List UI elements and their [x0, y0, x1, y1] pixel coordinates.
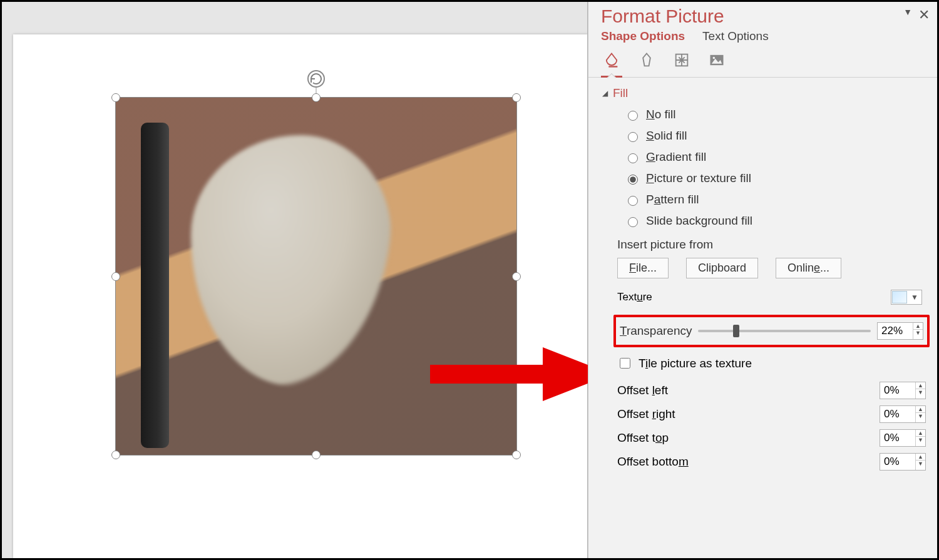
radio-no-fill[interactable]: No fill [625, 108, 926, 121]
tab-shape-options[interactable]: Shape Options [601, 29, 685, 43]
offset-bottom-input[interactable] [880, 454, 915, 470]
offset-top-row: Offset top ▲▼ [617, 429, 926, 447]
resize-handle-n[interactable] [312, 93, 321, 102]
resize-handle-e[interactable] [512, 272, 521, 281]
transparency-label: Transparency [620, 324, 692, 338]
slide-canvas [2, 2, 588, 558]
selected-picture-shape[interactable] [115, 97, 517, 456]
radio-pattern-fill[interactable]: Pattern fill [625, 193, 926, 206]
offset-bottom-row: Offset bottom ▲▼ [617, 453, 926, 471]
spin-up-icon[interactable]: ▲ [916, 454, 925, 461]
texture-picker[interactable]: ▼ [891, 290, 922, 305]
effects-icon[interactable] [636, 49, 657, 71]
spin-down-icon[interactable]: ▼ [913, 330, 923, 336]
offset-left-row: Offset left ▲▼ [617, 382, 926, 399]
spin-up-icon[interactable]: ▲ [916, 382, 925, 389]
fill-line-icon[interactable] [601, 49, 622, 71]
offset-right-input[interactable] [880, 406, 915, 422]
section-fill-label: Fill [613, 86, 628, 100]
section-fill[interactable]: Fill [602, 86, 926, 100]
offset-right-label: Offset right [617, 407, 675, 421]
spin-up-icon[interactable]: ▲ [916, 430, 925, 437]
spin-down-icon[interactable]: ▼ [916, 413, 925, 419]
offset-left-label: Offset left [617, 384, 668, 397]
panel-tabs: Shape Options Text Options [588, 27, 937, 43]
resize-handle-s[interactable] [312, 451, 321, 459]
transparency-slider[interactable] [698, 330, 871, 332]
resize-handle-nw[interactable] [111, 93, 120, 102]
panel-title: Format Picture [601, 6, 928, 27]
offset-left-spinner[interactable]: ▲▼ [880, 382, 926, 399]
offset-top-spinner[interactable]: ▲▼ [880, 429, 926, 447]
picture-icon[interactable] [706, 49, 727, 71]
panel-category-icons [588, 43, 937, 78]
spin-down-icon[interactable]: ▼ [916, 437, 925, 443]
texture-swatch-icon [892, 291, 907, 303]
radio-picture-fill[interactable]: Picture or texture fill [625, 171, 926, 185]
spin-down-icon[interactable]: ▼ [916, 389, 925, 395]
offset-top-input[interactable] [880, 430, 915, 446]
offset-right-spinner[interactable]: ▲▼ [880, 405, 926, 423]
tile-checkbox[interactable]: Tile picture as texture [617, 356, 926, 370]
fill-radio-group: No fill Solid fill Gradient fill Picture… [602, 108, 926, 228]
close-icon[interactable]: ✕ [918, 7, 930, 23]
size-properties-icon[interactable] [671, 49, 692, 71]
resize-handle-w[interactable] [111, 272, 120, 281]
insert-picture-from-label: Insert picture from [617, 238, 926, 252]
radio-gradient-fill[interactable]: Gradient fill [625, 150, 926, 164]
chevron-down-icon: ▼ [908, 293, 921, 302]
radio-solid-fill[interactable]: Solid fill [625, 129, 926, 143]
spin-down-icon[interactable]: ▼ [916, 461, 925, 467]
transparency-value-input[interactable] [878, 323, 913, 339]
transparency-spinner[interactable]: ▲ ▼ [877, 322, 923, 340]
format-picture-panel: Format Picture ▼ ✕ Shape Options Text Op… [588, 2, 937, 558]
online-button[interactable]: Online... [776, 258, 841, 278]
panel-scroll-area[interactable]: Fill No fill Solid fill Gradient fill Pi… [588, 78, 937, 558]
resize-handle-ne[interactable] [512, 93, 521, 102]
panel-header: Format Picture ▼ ✕ [588, 2, 937, 27]
svg-marker-1 [643, 54, 650, 66]
resize-handle-sw[interactable] [111, 451, 120, 459]
slide[interactable] [13, 34, 588, 558]
file-button[interactable]: File... [617, 258, 669, 278]
texture-label: Texture [617, 291, 652, 303]
offset-bottom-spinner[interactable]: ▲▼ [880, 453, 926, 471]
clipboard-button[interactable]: Clipboard [686, 258, 758, 278]
spin-up-icon[interactable]: ▲ [916, 406, 925, 413]
offset-top-label: Offset top [617, 431, 669, 445]
resize-handle-se[interactable] [512, 451, 521, 459]
offset-right-row: Offset right ▲▼ [617, 405, 926, 423]
svg-point-5 [713, 57, 716, 59]
spin-up-icon[interactable]: ▲ [913, 323, 923, 330]
radio-slide-bg-fill[interactable]: Slide background fill [625, 214, 926, 228]
slider-thumb[interactable] [733, 325, 739, 337]
tab-text-options[interactable]: Text Options [702, 29, 769, 43]
panel-move-icon[interactable]: ▼ [903, 7, 912, 17]
rotate-handle[interactable] [307, 70, 325, 88]
offset-left-input[interactable] [880, 382, 915, 399]
transparency-row: Transparency ▲ ▼ [613, 315, 930, 347]
offset-bottom-label: Offset bottom [617, 455, 689, 469]
